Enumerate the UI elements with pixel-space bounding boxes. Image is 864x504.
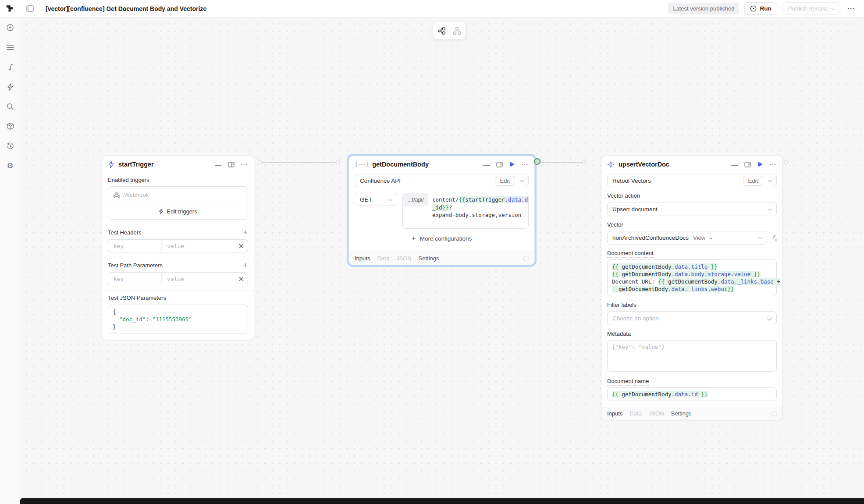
filter-labels-label: Filter labels [607,302,636,309]
test-header-value-input[interactable] [166,242,230,250]
collapse-node-icon[interactable]: — [483,161,490,168]
edge-getdocumentbody-upsertvectordoc [540,162,584,163]
node-menu-icon[interactable]: ··· [241,161,248,168]
chevron-down-icon[interactable] [768,178,772,182]
edit-resource-button[interactable]: Edit [743,176,763,186]
run-block-icon[interactable] [757,161,763,167]
run-play-icon [750,5,757,12]
triggers-icon[interactable] [6,83,14,91]
resource-name: Retool Vectors [612,177,651,184]
settings-gear-icon[interactable]: ⚙ [6,162,14,170]
document-name-label: Document name [607,378,649,386]
resource-selector[interactable]: Confluence API Edit [355,174,529,187]
triggers-box: Webhook Edit triggers [108,186,248,220]
vector-value: nonArchivedConfluenceDocs [612,234,689,241]
url-field[interactable]: ...t/api/ content/{{startTrigger.data.do… [402,193,529,229]
chevron-down-icon [768,206,772,211]
test-path-params-label: Test Path Parameters [108,262,163,269]
retool-logo-icon [4,4,15,14]
sidebar-toggle-icon[interactable] [25,4,34,13]
collapse-node-icon[interactable]: — [215,161,221,168]
http-method-select[interactable]: GET [355,193,397,206]
output-handle-starttrigger[interactable] [258,160,262,164]
rest-api-icon: {···} [355,161,368,167]
footer-tab-data[interactable]: Data [377,255,389,262]
footer-tab-data[interactable]: Data [629,410,641,417]
edit-resource-button[interactable]: Edit [495,176,515,186]
enabled-triggers-label: Enabled triggers [108,177,248,183]
node-footer: InputsDataJSONSettings [349,252,534,265]
run-block-icon[interactable] [509,161,515,167]
chevron-down-icon [831,6,836,10]
run-button[interactable]: Run [744,2,777,15]
test-json-params-label: Test JSON Parameters [108,295,166,301]
node-menu-icon[interactable]: ··· [770,161,777,168]
view-vector-link[interactable]: View → [693,234,713,241]
test-header-key-input[interactable] [113,242,157,250]
test-header-row [108,239,248,252]
url-code-editor[interactable]: content/{{startTrigger.data.doc_id}}?exp… [428,193,529,228]
add-path-param-icon[interactable]: + [242,262,248,269]
output-handle-getdocumentbody[interactable] [534,158,540,165]
node-menu-icon[interactable]: ··· [522,161,529,168]
top-bar: [vector][confluence] Get Document Body a… [0,0,864,18]
document-content-label: Document content [607,250,654,258]
footer-tab-settings[interactable]: Settings [419,255,439,262]
more-options-icon[interactable]: ··· [846,5,857,12]
resource-name: Confluence API [360,177,401,184]
add-block-icon[interactable] [6,24,14,32]
chevron-down-icon [767,315,772,320]
footer-tab-json[interactable]: JSON [649,410,664,417]
remove-row-icon[interactable] [235,273,248,285]
node-upsertvectordoc[interactable]: upsertVectorDoc — ··· Retool Vectors Edi… [601,156,783,420]
footer-tab-settings[interactable]: Settings [671,410,692,417]
flow-horizontal-layout-icon[interactable] [437,27,446,35]
add-test-header-icon[interactable]: + [242,229,248,236]
footer-tab-inputs[interactable]: Inputs [355,255,370,262]
webhook-row: Webhook [108,187,248,203]
input-handle-getdocumentbody[interactable] [336,160,340,164]
vector-select[interactable]: nonArchivedConfluenceDocs View → [607,231,767,245]
input-handle-upsertvectordoc[interactable] [582,160,586,164]
test-json-editor[interactable]: { "doc_id": "1115553965"} [108,305,248,334]
collapse-node-icon[interactable]: — [731,161,738,168]
chevron-down-icon[interactable] [520,178,524,182]
webhook-label: Webhook [124,192,149,198]
node-title: getDocumentBody [372,161,429,168]
workflow-title: [vector][confluence] Get Document Body a… [46,5,206,12]
edit-triggers-button[interactable]: Edit triggers [108,203,248,219]
functions-icon[interactable]: f [6,63,14,71]
node-getdocumentbody[interactable]: {···} getDocumentBody — ··· Confluence A… [348,156,535,265]
open-panel-icon[interactable] [228,162,235,167]
footer-tab-json[interactable]: JSON [396,255,412,262]
flow-vertical-layout-icon[interactable] [453,27,461,35]
path-param-key-input[interactable] [113,275,157,283]
output-handle-upsertvectordoc[interactable] [784,160,788,164]
vector-action-select[interactable]: Upsert document [607,202,777,216]
resources-icon[interactable] [6,122,14,130]
node-footer: InputsDataJSONSettings [601,407,782,420]
path-param-value-input[interactable] [166,275,230,283]
filter-labels-select[interactable]: Choose an option [607,311,777,325]
url-prefix: ...t/api/ [403,193,428,206]
document-name-input[interactable]: {{ getDocumentBody.data.id }} [607,387,777,401]
publish-release-button[interactable]: Publish release [782,2,840,15]
open-panel-icon[interactable] [496,162,503,167]
more-configurations-button[interactable]: + More configurations [355,231,529,246]
test-headers-label: Test Headers [108,229,142,236]
open-panel-icon[interactable] [744,162,751,167]
chevron-down-icon [758,235,763,239]
footer-tab-inputs[interactable]: Inputs [607,410,622,417]
debug-console-bar[interactable] [20,498,864,504]
fx-icon[interactable]: fx [772,234,777,242]
remove-row-icon[interactable] [235,240,248,252]
search-icon[interactable] [6,103,14,110]
run-history-icon[interactable] [6,142,14,150]
resource-selector[interactable]: Retool Vectors Edit [607,174,777,187]
node-starttrigger[interactable]: startTrigger — ··· Enabled triggers Webh… [102,156,254,340]
blocks-list-icon[interactable] [6,43,14,51]
lightning-icon [108,161,114,168]
test-path-param-row [108,272,248,285]
metadata-input[interactable] [607,340,777,372]
document-content-editor[interactable]: {{ getDocumentBody.data.title }}{{ getDo… [607,259,777,296]
